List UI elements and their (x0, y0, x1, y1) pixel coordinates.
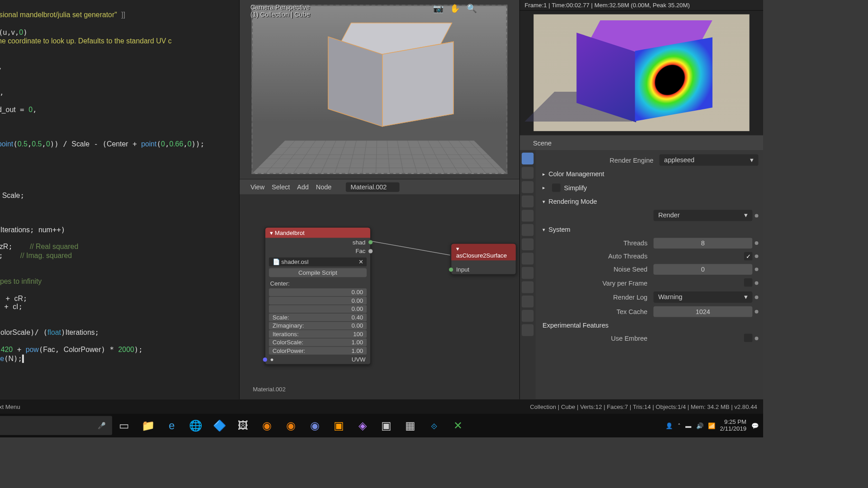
tab-output-icon[interactable] (522, 167, 533, 178)
iterations-input[interactable]: Iterations:100 (269, 330, 367, 338)
app-icon-4[interactable]: ✕ (446, 413, 470, 437)
cube-object[interactable] (336, 23, 450, 121)
noise-seed-input[interactable]: 0 (653, 264, 752, 275)
properties-header: Scene (520, 135, 763, 150)
colorscale-input[interactable]: ColorScale:1.00 (269, 338, 367, 346)
explorer-icon[interactable]: 📁 (136, 413, 160, 437)
pan-icon[interactable]: ✋ (449, 4, 461, 15)
viewport-subtitle: (1) Collection | Cube (250, 11, 310, 18)
tray-network-icon[interactable]: ▬ (685, 422, 691, 429)
tab-object-icon[interactable] (522, 224, 533, 236)
section-color-management[interactable]: ▸Color Management (540, 168, 759, 181)
code-text-area[interactable]: shader Mandelbrot [[ string help = "A fo… (0, 0, 239, 399)
zimaginary-input[interactable]: ZImaginary:0.00 (269, 322, 367, 329)
socket-fac: Fac (355, 248, 365, 255)
blender-taskbar-icon[interactable]: ◉ (255, 413, 279, 437)
app-icon-1[interactable]: 🔷 (208, 413, 231, 437)
tab-particle-icon[interactable] (522, 253, 533, 264)
tab-texture-icon[interactable] (522, 324, 533, 336)
auto-threads-label: Auto Threads (540, 253, 654, 260)
scale-input[interactable]: Scale:0.40 (269, 314, 367, 321)
tray-chevron-icon[interactable]: ˄ (678, 422, 681, 429)
3d-viewport[interactable]: Camera Perspective (1) Collection | Cube… (240, 0, 519, 179)
node-file-row[interactable]: 📄 shader.osl ✕ (269, 258, 367, 267)
tab-render-icon[interactable] (522, 153, 533, 164)
node-closure2surface[interactable]: ▾ asClosure2Surface Input (451, 243, 516, 275)
uvw-socket: UVW (352, 357, 366, 363)
center-y-input[interactable]: 0.00 (269, 297, 367, 305)
section-experimental[interactable]: Experimental Features (540, 319, 759, 332)
pycharm-icon[interactable]: ▣ (374, 413, 398, 437)
node-title: Mandelbrot (275, 230, 305, 236)
vscode-icon[interactable]: ⟐ (422, 413, 446, 437)
use-embree-checkbox[interactable] (744, 334, 752, 342)
use-embree-label: Use Embree (540, 335, 654, 342)
app-icon-3[interactable]: ▦ (398, 413, 422, 437)
threads-input[interactable]: 8 (653, 238, 752, 249)
ne-menu-select[interactable]: Select (272, 183, 290, 191)
zoom-icon[interactable]: 🔍 (466, 4, 477, 15)
vary-per-frame-label: Vary per Frame (540, 280, 654, 287)
windows-taskbar: ⊞ ◯ Type here to search 🎤 ▭ 📁 e 🌐 🔷 🖼 ◉ … (0, 413, 763, 437)
chrome-icon[interactable]: 🌐 (184, 413, 208, 437)
node-mandelbrot[interactable]: ▾ Mandelbrot shad Fac 📄 shader.osl ✕ Com… (265, 227, 371, 365)
app-icon-2[interactable]: 🖼 (231, 413, 255, 437)
center-z-input[interactable]: 0.00 (269, 305, 367, 313)
compile-script-button[interactable]: Compile Script (269, 268, 367, 277)
status-context: Context Menu (0, 403, 20, 410)
center-x-input[interactable]: 0.00 (269, 288, 367, 296)
render-mode-dropdown[interactable]: Render▾ (653, 210, 752, 221)
mic-icon[interactable]: 🎤 (98, 422, 106, 429)
camera-toggle-icon[interactable]: 📷 (432, 4, 444, 15)
node-editor-canvas[interactable]: ▾ Mandelbrot shad Fac 📄 shader.osl ✕ Com… (240, 194, 519, 399)
ne-menu-node[interactable]: Node (316, 183, 332, 191)
section-simplify[interactable]: ▸Simplify (540, 181, 759, 195)
vary-per-frame-checkbox[interactable] (744, 278, 752, 286)
ne-menu-view[interactable]: View (250, 183, 264, 191)
material-name-input[interactable]: Material.002 (346, 182, 400, 192)
section-rendering-mode[interactable]: ▾Rendering Mode (540, 195, 759, 208)
tab-material-icon[interactable] (522, 310, 533, 322)
section-system[interactable]: ▾System (540, 223, 759, 236)
viewport-title: Camera Perspective (250, 4, 310, 11)
tray-volume-icon[interactable]: 🔊 (696, 422, 703, 429)
tray-wifi-icon[interactable]: 📶 (708, 422, 715, 429)
node2-title: asClosure2Surface (456, 252, 507, 259)
taskbar-search-input[interactable]: ◯ Type here to search 🎤 (0, 416, 112, 435)
center-label: Center: (270, 280, 289, 287)
render-engine-dropdown[interactable]: appleseed ▾ (660, 155, 759, 166)
socket-shad: shad (353, 239, 366, 246)
taskbar-clock[interactable]: 9:25 PM2/11/2019 (720, 418, 746, 433)
simplify-checkbox[interactable] (552, 183, 560, 192)
discord-icon[interactable]: ◉ (303, 413, 327, 437)
properties-breadcrumb: Scene (533, 139, 552, 146)
render-log-dropdown[interactable]: Warning▾ (653, 291, 752, 303)
tab-physics-icon[interactable] (522, 267, 533, 279)
status-stats: Collection | Cube | Verts:12 | Faces:7 |… (530, 403, 757, 410)
edge-icon[interactable]: e (160, 413, 184, 437)
node-editor-header: View Select Add Node Material.002 (240, 179, 519, 194)
sublime-icon[interactable]: ▣ (327, 413, 351, 437)
node-file-close-icon[interactable]: ✕ (359, 258, 363, 265)
tab-viewlayer-icon[interactable] (522, 181, 533, 193)
tab-data-icon[interactable] (522, 296, 533, 307)
tab-constraint-icon[interactable] (522, 281, 533, 293)
tex-cache-input[interactable]: 1024 (653, 306, 752, 317)
vs-icon[interactable]: ◈ (350, 413, 374, 437)
status-bar: 🖱 🖱 Pan View 🖱 Context Menu Collection |… (0, 399, 763, 414)
material-label: Material.002 (253, 386, 286, 393)
task-view-icon[interactable]: ▭ (112, 413, 136, 437)
tex-cache-label: Tex Cache (540, 308, 654, 315)
colorpower-input[interactable]: ColorPower:1.00 (269, 347, 367, 355)
input-socket: Input (456, 267, 469, 273)
notification-icon[interactable]: 💬 (751, 422, 759, 429)
tab-scene-icon[interactable] (522, 196, 533, 207)
render-engine-label: Render Engine (540, 156, 660, 164)
tray-people-icon[interactable]: 👤 (665, 422, 673, 429)
ne-menu-add[interactable]: Add (297, 183, 309, 191)
tab-world-icon[interactable] (522, 210, 533, 221)
auto-threads-checkbox[interactable] (744, 252, 752, 260)
blender-taskbar-icon-2[interactable]: ◉ (279, 413, 303, 437)
tab-modifier-icon[interactable] (522, 239, 533, 250)
render-preview[interactable] (520, 11, 763, 135)
